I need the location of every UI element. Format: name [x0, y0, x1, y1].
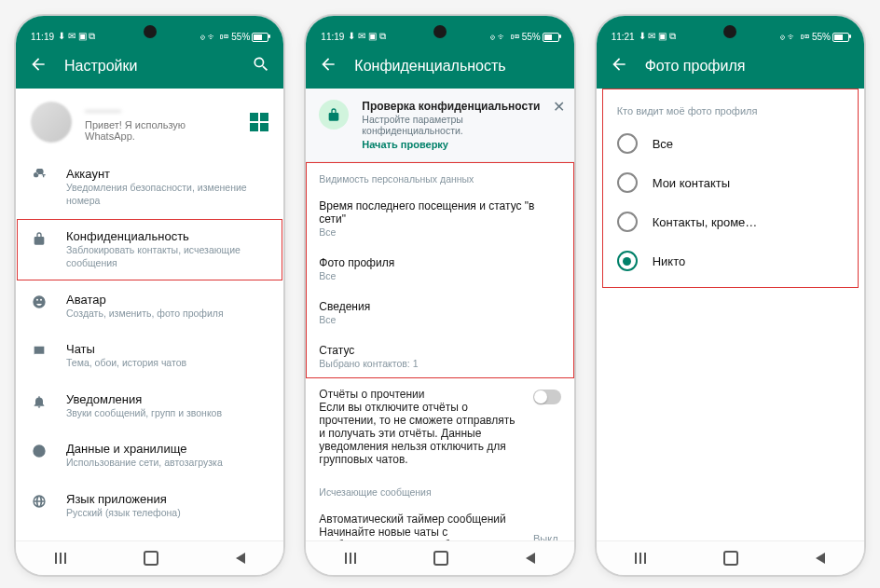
- nav-home[interactable]: [723, 551, 738, 566]
- radio-contacts-except[interactable]: Контакты, кроме…: [602, 202, 859, 241]
- settings-item-storage[interactable]: Данные и хранилище Использование сети, а…: [16, 431, 283, 481]
- front-camera: [433, 25, 447, 38]
- bell-icon: [31, 394, 48, 409]
- chat-icon: [31, 344, 48, 359]
- battery: 55%: [522, 32, 559, 42]
- privacy-profile-photo[interactable]: Фото профиля Все: [306, 247, 573, 291]
- android-nav-bar: [306, 540, 573, 575]
- privacy-about[interactable]: Сведения Все: [306, 291, 573, 335]
- radio-nobody[interactable]: Никто: [602, 241, 859, 280]
- settings-item-notifications[interactable]: Уведомления Звуки сообщений, групп и зво…: [16, 381, 283, 431]
- lock-icon: [31, 231, 48, 246]
- visibility-section-highlight: Видимость персональных данных Время посл…: [306, 162, 573, 378]
- face-icon: [31, 294, 48, 309]
- data-icon: [31, 444, 48, 458]
- phone-privacy: 11:19 ⬇ ✉ ▣ ⧉ ⊘ ᯤ ▯◫ 55% Конфиденциально…: [304, 14, 575, 577]
- privacy-content: Проверка конфиденциальности Настройте па…: [306, 89, 573, 540]
- android-nav-bar: [597, 540, 864, 575]
- radio-icon-checked: [617, 251, 638, 271]
- search-icon[interactable]: [252, 55, 270, 77]
- nav-recent[interactable]: [635, 553, 646, 564]
- close-icon[interactable]: ✕: [553, 98, 565, 116]
- status-time: 11:19: [31, 32, 54, 42]
- settings-item-language[interactable]: Язык приложения Русский (язык телефона): [16, 481, 283, 531]
- section-disappearing-label: Исчезающие сообщения: [306, 475, 573, 503]
- disappearing-timer-row[interactable]: Автоматический таймер сообщений Начинайт…: [306, 503, 573, 540]
- qr-icon[interactable]: [250, 113, 268, 131]
- settings-item-help[interactable]: Помощь Справочный центр, связь с нами, п…: [16, 531, 283, 540]
- page-title: Настройки: [64, 58, 235, 75]
- back-icon[interactable]: [610, 55, 628, 77]
- status-right-icons: ⊘ ᯤ ▯◫: [780, 32, 809, 42]
- status-right-icons: ⊘ ᯤ ▯◫: [490, 32, 519, 42]
- radio-everyone[interactable]: Все: [602, 124, 859, 163]
- profile-row[interactable]: ——— Привет! Я использую WhatsApp.: [16, 89, 283, 156]
- phone-settings: 11:19 ⬇ ✉ ▣ ⧉ ⊘ ᯤ ▯◫ 55% Настройки ——— П…: [14, 14, 285, 577]
- nav-recent[interactable]: [55, 553, 66, 564]
- android-nav-bar: [16, 540, 283, 575]
- front-camera: [723, 25, 736, 38]
- app-bar: Настройки: [16, 44, 283, 89]
- settings-item-avatar[interactable]: Аватар Создать, изменить, фото профиля: [16, 281, 283, 332]
- battery: 55%: [812, 32, 849, 42]
- profile-name: ———: [85, 103, 237, 117]
- start-check-link[interactable]: Начать проверку: [362, 139, 560, 150]
- status-left-icons: ⬇ ✉ ▣ ⧉: [639, 31, 676, 42]
- nav-recent[interactable]: [345, 553, 356, 564]
- radio-icon: [617, 133, 638, 154]
- status-right-icons: ⊘ ᯤ ▯◫: [200, 32, 229, 42]
- settings-item-account[interactable]: Аккаунт Уведомления безопасности, измене…: [16, 156, 283, 218]
- nav-home[interactable]: [144, 551, 158, 566]
- status-left-icons: ⬇ ✉ ▣ ⧉: [58, 31, 95, 42]
- page-title: Фото профиля: [645, 58, 851, 75]
- read-receipts-toggle[interactable]: [533, 390, 561, 404]
- privacy-check-banner[interactable]: Проверка конфиденциальности Настройте па…: [306, 89, 573, 162]
- front-camera: [144, 25, 157, 38]
- avatar: [31, 102, 72, 143]
- nav-home[interactable]: [433, 551, 448, 566]
- section-visibility-label: Видимость персональных данных: [306, 162, 573, 190]
- settings-item-chats[interactable]: Чаты Тема, обои, история чатов: [16, 331, 283, 381]
- back-icon[interactable]: [319, 55, 337, 77]
- key-icon: [31, 169, 48, 184]
- privacy-last-seen[interactable]: Время последнего посещения и статус "в с…: [306, 190, 573, 247]
- timer-value: Выкл.: [533, 533, 561, 540]
- status-time: 11:19: [321, 32, 344, 42]
- app-bar: Конфиденциальность: [306, 44, 573, 89]
- nav-back[interactable]: [236, 553, 245, 564]
- nav-back[interactable]: [526, 553, 535, 564]
- status-left-icons: ⬇ ✉ ▣ ⧉: [348, 31, 385, 42]
- radio-my-contacts[interactable]: Мои контакты: [602, 163, 859, 202]
- phone-profile-photo: 11:21 ⬇ ✉ ▣ ⧉ ⊘ ᯤ ▯◫ 55% Фото профиля Кт…: [595, 14, 866, 577]
- radio-icon: [617, 172, 638, 193]
- globe-icon: [31, 494, 48, 509]
- profile-status: Привет! Я использую WhatsApp.: [85, 119, 237, 142]
- read-receipts-row[interactable]: Отчёты о прочтении Если вы отключите отч…: [306, 378, 573, 475]
- who-sees-label: Кто видит моё фото профиля: [602, 92, 859, 124]
- privacy-status[interactable]: Статус Выбрано контактов: 1: [306, 335, 573, 378]
- settings-item-privacy[interactable]: Конфиденциальность Заблокировать контакт…: [16, 218, 283, 280]
- page-title: Конфиденциальность: [354, 58, 560, 75]
- radio-group-highlight: Кто видит моё фото профиля Все Мои конта…: [602, 89, 859, 288]
- battery: 55%: [231, 32, 268, 42]
- status-time: 11:21: [612, 32, 635, 42]
- settings-content: ——— Привет! Я использую WhatsApp. Аккаун…: [16, 89, 283, 540]
- radio-icon: [617, 212, 638, 232]
- app-bar: Фото профиля: [597, 44, 864, 89]
- back-icon[interactable]: [29, 55, 48, 77]
- profile-photo-content: Кто видит моё фото профиля Все Мои конта…: [597, 89, 864, 540]
- nav-back[interactable]: [816, 553, 825, 564]
- lock-shield-icon: [319, 100, 349, 130]
